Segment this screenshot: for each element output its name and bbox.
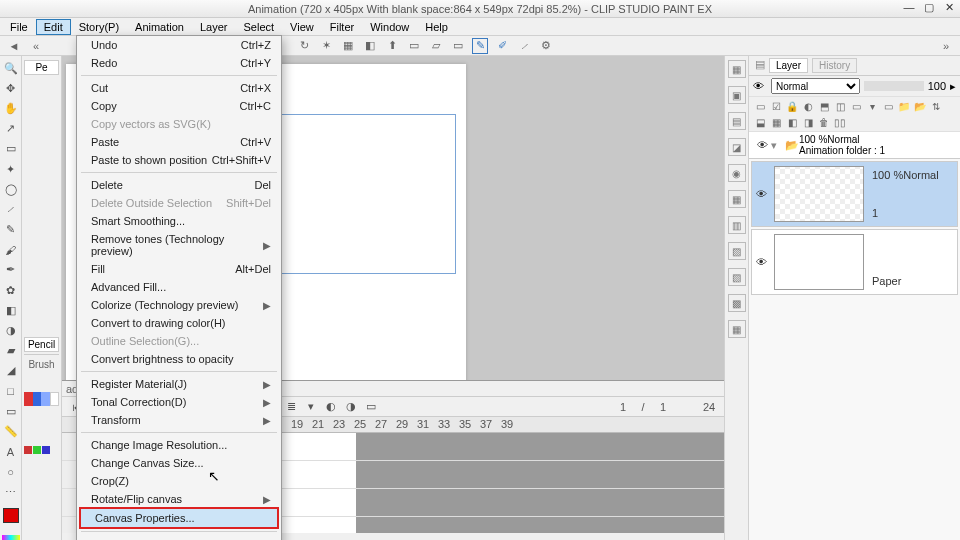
menu-animation[interactable]: Animation — [127, 19, 192, 35]
lp-combine-icon[interactable]: ▦ — [769, 115, 783, 129]
mat5-icon[interactable]: ▦ — [728, 320, 746, 338]
square-icon[interactable]: ◧ — [362, 38, 378, 54]
menu-filter[interactable]: Filter — [322, 19, 362, 35]
airbrush-tool-icon[interactable]: ✒ — [2, 262, 20, 278]
menu-brightness-opacity[interactable]: Convert brightness to opacity — [77, 350, 281, 368]
tab-layer[interactable]: Layer — [769, 58, 808, 73]
paper-eye-icon[interactable]: 👁 — [752, 256, 770, 268]
info-icon[interactable]: ▤ — [728, 112, 746, 130]
mat4-icon[interactable]: ▩ — [728, 294, 746, 312]
move-tool-icon[interactable]: ✥ — [2, 80, 20, 96]
magnify-tool-icon[interactable]: 🔍 — [2, 60, 20, 76]
sun-icon[interactable]: ✶ — [318, 38, 334, 54]
lp-newfold-icon[interactable]: 📂 — [913, 99, 927, 113]
brush-tool-icon[interactable]: 🖌 — [2, 242, 20, 258]
mat2-icon[interactable]: ▨ — [728, 242, 746, 260]
doc3-icon[interactable]: ▭ — [450, 38, 466, 54]
menu-crop[interactable]: Crop(Z) — [77, 472, 281, 490]
opacity-chev-icon[interactable]: ▸ — [950, 80, 956, 93]
frame-tool-icon[interactable]: ▭ — [2, 403, 20, 419]
menu-layer[interactable]: Layer — [192, 19, 236, 35]
tl-e-icon[interactable]: ◑ — [344, 400, 358, 413]
close-button[interactable]: ✕ — [942, 1, 956, 14]
item-icon[interactable]: ◪ — [728, 138, 746, 156]
menu-tonal-correction[interactable]: Tonal Correction(D)▶ — [77, 393, 281, 411]
menu-change-canvas-size[interactable]: Change Canvas Size... — [77, 454, 281, 472]
menu-view[interactable]: View — [282, 19, 322, 35]
grid-icon[interactable]: ▦ — [340, 38, 356, 54]
foreground-color[interactable] — [3, 508, 19, 523]
doc2-icon[interactable]: ▱ — [428, 38, 444, 54]
nav-icon[interactable]: ▦ — [728, 60, 746, 78]
lp-doc-icon[interactable]: ▭ — [753, 99, 767, 113]
menu-clear-memory[interactable]: Clear Memory▶ — [77, 535, 281, 540]
color-swatches[interactable] — [24, 392, 59, 406]
ruler-tool-icon[interactable]: 📏 — [2, 423, 20, 439]
lp-draft-icon[interactable]: ▭ — [849, 99, 863, 113]
subtool-pencil[interactable]: Pencil — [24, 337, 59, 352]
collapse-icon[interactable]: » — [938, 38, 954, 54]
layer-paper[interactable]: 👁 Paper — [751, 229, 958, 295]
auto-icon[interactable]: ◉ — [728, 164, 746, 182]
lp-ref-icon[interactable]: ⬒ — [817, 99, 831, 113]
lp-transfer-icon[interactable]: ⇅ — [929, 99, 943, 113]
menu-file[interactable]: File — [2, 19, 36, 35]
menu-canvas-properties[interactable]: Canvas Properties... — [81, 509, 277, 527]
layer-1[interactable]: 👁 100 %Normal 1 — [751, 161, 958, 227]
layer1-eye-icon[interactable]: 👁 — [752, 188, 770, 200]
fill-tool-icon[interactable]: ▰ — [2, 343, 20, 359]
menu-window[interactable]: Window — [362, 19, 417, 35]
dropper-tool-icon[interactable]: ⟋ — [2, 201, 20, 217]
folder-chev-icon[interactable]: ▾ — [771, 139, 785, 152]
minimize-button[interactable]: — — [902, 1, 916, 14]
tl-f-icon[interactable]: ▭ — [364, 400, 378, 413]
opacity-slider[interactable] — [864, 81, 924, 91]
eye-header-icon[interactable]: 👁 — [753, 80, 767, 92]
lp-mask-icon[interactable]: ◐ — [801, 99, 815, 113]
menu-edit[interactable]: Edit — [36, 19, 71, 35]
menu-smart-smoothing[interactable]: Smart Smoothing... — [77, 212, 281, 230]
layer-add-icon[interactable]: ▤ — [755, 58, 765, 73]
blend-mode-select[interactable]: Normal — [771, 78, 860, 94]
menu-paste-shown[interactable]: Paste to shown positionCtrl+Shift+V — [77, 151, 281, 169]
tilt-icon[interactable]: ⟋ — [516, 38, 532, 54]
color-strip[interactable] — [2, 535, 20, 540]
menu-change-resolution[interactable]: Change Image Resolution... — [77, 436, 281, 454]
text-tool-icon[interactable]: A — [2, 444, 20, 460]
mini-palette[interactable] — [24, 446, 59, 454]
folder-name[interactable]: Animation folder : 1 — [799, 145, 956, 156]
mat3-icon[interactable]: ▧ — [728, 268, 746, 286]
lp-merge-icon[interactable]: ⬓ — [753, 115, 767, 129]
menu-colorize[interactable]: Colorize (Technology preview)▶ — [77, 296, 281, 314]
lp-lock-icon[interactable]: 🔒 — [785, 99, 799, 113]
pen2-icon[interactable]: ✐ — [494, 38, 510, 54]
refresh-icon[interactable]: ↻ — [296, 38, 312, 54]
menu-paste[interactable]: PasteCtrl+V — [77, 133, 281, 151]
wand-tool-icon[interactable]: ✦ — [2, 161, 20, 177]
lp-mask2-icon[interactable]: ◧ — [785, 115, 799, 129]
deco-tool-icon[interactable]: ✿ — [2, 282, 20, 298]
menu-select[interactable]: Select — [236, 19, 283, 35]
menu-redo[interactable]: RedoCtrl+Y — [77, 54, 281, 72]
menu-transform[interactable]: Transform▶ — [77, 411, 281, 429]
correct-tool-icon[interactable]: ⋯ — [2, 484, 20, 500]
op-tool-icon[interactable]: ↗ — [2, 121, 20, 137]
menu-cut[interactable]: CutCtrl+X — [77, 79, 281, 97]
arrow-up-icon[interactable]: ⬆ — [384, 38, 400, 54]
menu-delete[interactable]: DeleteDel — [77, 176, 281, 194]
folder-eye-icon[interactable]: 👁 — [753, 139, 771, 151]
tl-chev-icon[interactable]: ▾ — [304, 400, 318, 413]
marquee-tool-icon[interactable]: ▭ — [2, 141, 20, 157]
subtool-brush[interactable]: Brush — [24, 354, 59, 374]
blend-tool-icon[interactable]: ◑ — [2, 322, 20, 338]
mat-icon[interactable]: ▥ — [728, 216, 746, 234]
hand-tool-icon[interactable]: ✋ — [2, 100, 20, 116]
maximize-button[interactable]: ▢ — [922, 1, 936, 14]
wrench-icon[interactable]: ⚙ — [538, 38, 554, 54]
menu-register-material[interactable]: Register Material(J)▶ — [77, 375, 281, 393]
pen-tool-icon[interactable]: ✎ — [2, 222, 20, 238]
menu-advanced-fill[interactable]: Advanced Fill... — [77, 278, 281, 296]
menu-fill[interactable]: FillAlt+Del — [77, 260, 281, 278]
doc-icon[interactable]: ▭ — [406, 38, 422, 54]
lp-2pane-icon[interactable]: ▯▯ — [833, 115, 847, 129]
